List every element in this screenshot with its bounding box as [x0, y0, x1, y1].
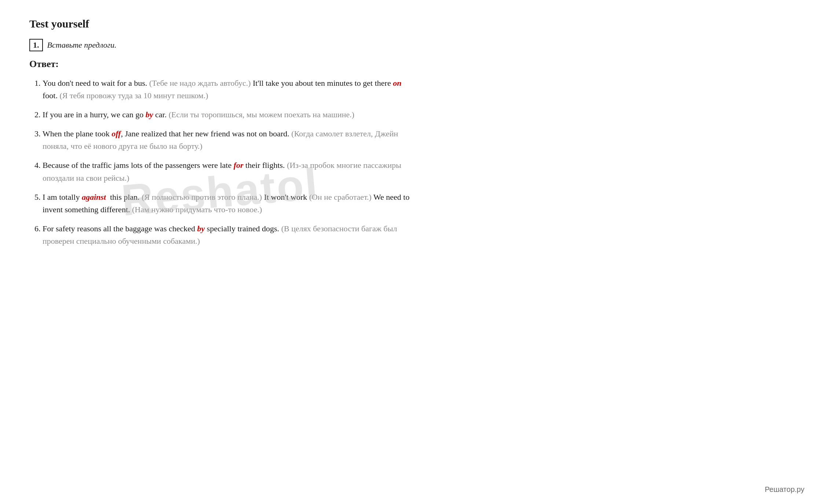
preposition: on: [393, 78, 401, 88]
text-content: , Jane realized that her new friend was …: [121, 129, 291, 138]
preposition: off: [112, 129, 121, 138]
list-item: For safety reasons all the baggage was c…: [43, 222, 411, 247]
preposition: by: [146, 110, 153, 119]
text-content: You don't need to wait for a bus.: [43, 78, 149, 88]
translation: (Если ты торопишься, мы можем поехать на…: [169, 110, 354, 119]
answer-list: You don't need to wait for a bus. (Тебе …: [29, 77, 411, 247]
list-item: If you are in a hurry, we can go by car.…: [43, 108, 411, 121]
text-content: their flights.: [244, 161, 287, 170]
list-item: Because of the traffic jams lots of the …: [43, 159, 411, 184]
preposition: against: [82, 192, 106, 202]
preposition: for: [234, 161, 244, 170]
translation: (Нам нужно придумать что-то новое.): [132, 205, 262, 214]
exercise-number: 1.: [29, 39, 43, 51]
text-content: If you are in a hurry, we can go: [43, 110, 146, 119]
translation: (Тебе не надо ждать автобус.): [149, 78, 253, 88]
answer-label: Ответ:: [29, 59, 411, 70]
exercise-instruction: Вставьте предлоги.: [47, 40, 117, 50]
exercise-header: 1. Вставьте предлоги.: [29, 39, 411, 51]
text-content: When the plane took: [43, 129, 112, 138]
text-content: It'll take you about ten minutes to get …: [253, 78, 393, 88]
list-item: When the plane took off, Jane realized t…: [43, 128, 411, 152]
list-item: I am totally against this plan. (Я полно…: [43, 191, 411, 216]
text-content: I am totally: [43, 192, 82, 202]
text-content: foot.: [43, 91, 59, 100]
list-item: You don't need to wait for a bus. (Тебе …: [43, 77, 411, 102]
text-content: this plan.: [106, 192, 142, 202]
text-content: specially trained dogs.: [205, 224, 281, 233]
translation: (Я полностью против этого плана.): [142, 192, 264, 202]
preposition: by: [197, 224, 205, 233]
translation: (Он не сработает.): [309, 192, 373, 202]
text-content: It won't work: [264, 192, 309, 202]
text-content: Because of the traffic jams lots of the …: [43, 161, 234, 170]
text-content: car.: [153, 110, 169, 119]
text-content: For safety reasons all the baggage was c…: [43, 224, 197, 233]
page-title: Test yourself: [29, 18, 411, 30]
translation: (Я тебя провожу туда за 10 минут пешком.…: [59, 91, 208, 100]
